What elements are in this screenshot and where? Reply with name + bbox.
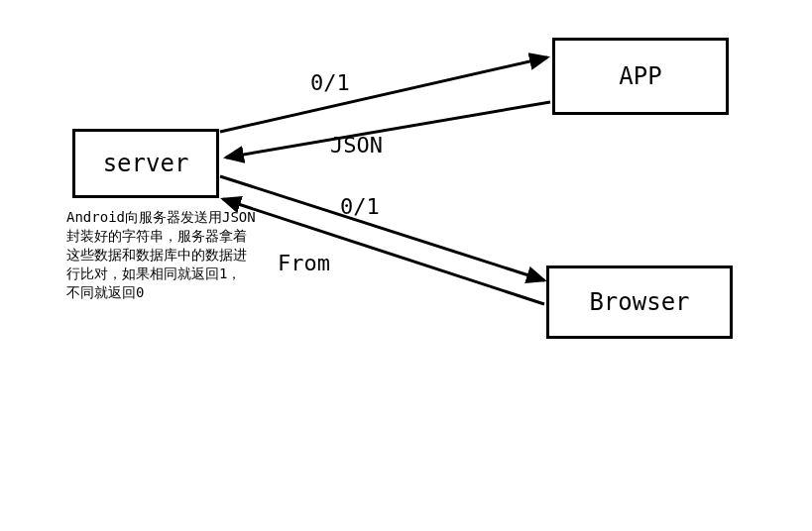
edge-label-browser-to-server: From [278, 251, 330, 275]
edge-label-server-to-app: 0/1 [310, 70, 350, 95]
node-browser-label: Browser [589, 288, 689, 316]
node-browser: Browser [546, 266, 733, 339]
arrow-server-to-browser [220, 176, 544, 280]
node-app: APP [552, 38, 729, 115]
arrow-browser-to-server [223, 199, 544, 304]
edge-label-server-to-browser: 0/1 [340, 194, 380, 219]
node-server-label: server [103, 150, 189, 177]
server-description: Android向服务器发送用JSON 封装好的字符串，服务器拿着 这些数据和数据… [66, 208, 256, 301]
node-app-label: APP [619, 62, 661, 90]
node-server: server [72, 129, 219, 198]
arrow-server-to-app [220, 57, 547, 132]
arrow-app-to-server [226, 102, 550, 158]
diagram-canvas: server APP Browser 0/1 JSON 0/1 From And… [0, 0, 812, 531]
edge-label-app-to-server: JSON [330, 133, 383, 158]
